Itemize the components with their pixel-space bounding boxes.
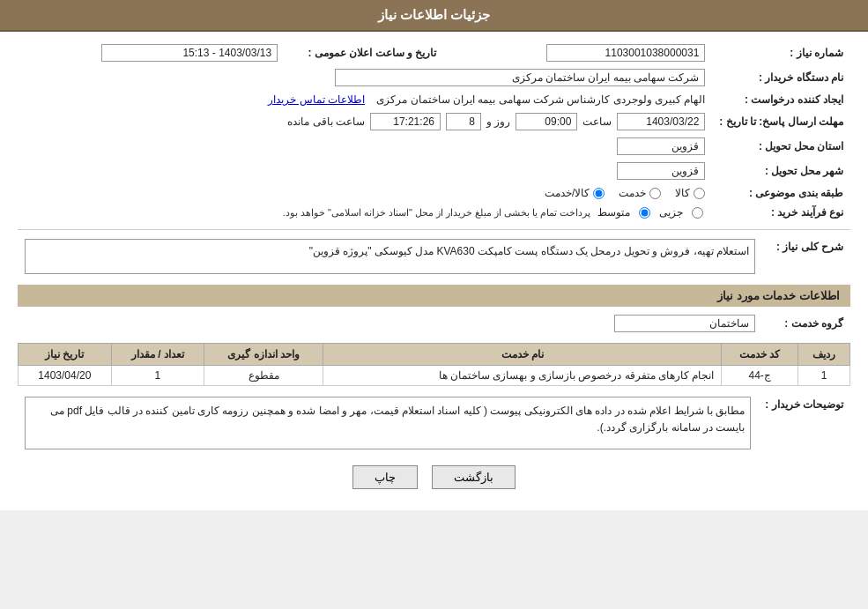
city-label: شهر محل تحویل : (712, 159, 850, 183)
col-unit-header: واحد اندازه گیری (204, 344, 323, 366)
category-option-kala: کالا (675, 187, 705, 199)
deadline-row: 1403/03/22 ساعت 09:00 روز و 8 17:21:26 س… (18, 109, 712, 134)
row-unit: مقطوع (204, 366, 323, 386)
row-name: انجام کارهای متفرقه درخصوص بازسازی و بهس… (323, 366, 722, 386)
category-kala-label: کالا (675, 187, 690, 199)
divider1 (18, 229, 850, 230)
creator-label: ایجاد کننده درخواست : (712, 90, 850, 109)
category-options: کالا خدمت کالا/خدمت (18, 183, 712, 203)
category-khedmat-label: خدمت (619, 187, 646, 199)
services-table-wrapper: ردیف کد خدمت نام خدمت واحد اندازه گیری ت… (18, 343, 850, 386)
province-field: قزوین (617, 137, 705, 155)
need-desc-table: شرح کلی نیاز : استعلام تهیه، فروش و تحوی… (18, 235, 850, 278)
buyer-notes-table: توضیحات خریدار : مطابق با شرایط اعلام شد… (18, 393, 850, 453)
service-group-table: گروه خدمت : ساختمان (18, 311, 850, 336)
deadline-date-field: 1403/03/22 (617, 113, 705, 130)
main-content: شماره نیاز : 1103001038000031 تاریخ و سا… (0, 32, 868, 510)
buttons-row: بازگشت چاپ (18, 465, 850, 489)
page-title: جزئیات اطلاعات نیاز (378, 7, 490, 22)
deadline-clock-field: 17:21:26 (370, 113, 441, 130)
purchase-motavaset-label: متوسط (597, 206, 630, 219)
print-button[interactable]: چاپ (352, 465, 418, 489)
creator-text: الهام کبیری ولوجردی کارشناس شرکت سهامی ب… (376, 93, 705, 106)
col-row-header: ردیف (798, 344, 850, 366)
creator-value: الهام کبیری ولوجردی کارشناس شرکت سهامی ب… (18, 90, 712, 109)
buyer-notes-label: توضیحات خریدار : (758, 393, 850, 453)
purchase-jozi-label: جزیی (659, 206, 683, 219)
services-data-table: ردیف کد خدمت نام خدمت واحد اندازه گیری ت… (18, 343, 850, 386)
info-table: شماره نیاز : 1103001038000031 تاریخ و سا… (18, 41, 850, 222)
row-qty: 1 (111, 366, 204, 386)
table-row: 1 ج-44 انجام کارهای متفرقه درخصوص بازساز… (19, 366, 850, 386)
buyer-org-field: شرکت سهامی بیمه ایران ساختمان مرکزی (335, 69, 705, 86)
deadline-remaining-label: ساعت باقی مانده (287, 115, 365, 128)
announce-date-label: تاریخ و ساعت اعلان عمومی : (285, 41, 443, 65)
category-option-khedmat: خدمت (619, 187, 661, 199)
purchase-note: پرداخت تمام یا بخشی از مبلغ خریدار از مح… (283, 207, 591, 219)
deadline-days-field: 8 (446, 113, 481, 130)
buyer-notes-box: مطابق با شرایط اعلام شده در داده های الک… (25, 397, 751, 449)
services-section-header: اطلاعات خدمات مورد نیاز (18, 285, 850, 307)
buyer-notes-value: مطابق با شرایط اعلام شده در داده های الک… (18, 393, 758, 453)
need-desc-box: استعلام تهیه، فروش و تحویل درمحل یک دستگ… (25, 239, 755, 274)
purchase-type-options: جزیی متوسط پرداخت تمام یا بخشی از مبلغ خ… (18, 203, 712, 222)
deadline-label: مهلت ارسال پاسخ: تا تاریخ : (712, 109, 850, 134)
buyer-org-label: نام دستگاه خریدار : (712, 65, 850, 90)
service-group-field: ساختمان (614, 315, 755, 332)
purchase-type-label: نوع فرآیند خرید : (712, 203, 850, 222)
row-date: 1403/04/20 (19, 366, 112, 386)
page-wrapper: جزئیات اطلاعات نیاز شماره نیاز : 1103001… (0, 0, 868, 510)
need-desc-label: شرح کلی نیاز : (762, 235, 850, 278)
need-desc-value: استعلام تهیه، فروش و تحویل درمحل یک دستگ… (18, 235, 762, 278)
time-label: ساعت (582, 115, 612, 128)
category-radio-khedmat[interactable] (649, 188, 661, 199)
city-field: قزوین (617, 162, 705, 180)
service-group-label: گروه خدمت : (762, 311, 850, 336)
page-header: جزئیات اطلاعات نیاز (0, 0, 868, 32)
purchase-radio-jozi[interactable] (692, 207, 703, 219)
buyer-org-value: شرکت سهامی بیمه ایران ساختمان مرکزی (18, 65, 712, 90)
service-group-value: ساختمان (18, 311, 762, 336)
need-number-label: شماره نیاز : (712, 41, 850, 65)
col-code-header: کد خدمت (722, 344, 798, 366)
category-label: طبقه بندی موضوعی : (712, 183, 850, 203)
col-name-header: نام خدمت (323, 344, 722, 366)
col-date-header: تاریخ نیاز (19, 344, 112, 366)
need-number-field: 1103001038000031 (546, 44, 705, 62)
need-number-value: 1103001038000031 (470, 41, 712, 65)
announce-date-value: 1403/03/13 - 15:13 (18, 41, 285, 65)
deadline-time-field: 09:00 (516, 113, 577, 130)
province-value: قزوین (18, 134, 712, 159)
purchase-radio-motavaset[interactable] (639, 207, 650, 219)
contact-link[interactable]: اطلاعات تماس خریدار (268, 93, 365, 106)
category-radio-kala[interactable] (694, 188, 705, 199)
row-number: 1 (798, 366, 850, 386)
col-qty-header: تعداد / مقدار (111, 344, 204, 366)
city-value: قزوین (18, 159, 712, 183)
announce-date-field: 1403/03/13 - 15:13 (101, 44, 278, 62)
province-label: استان محل تحویل : (712, 134, 850, 159)
row-code: ج-44 (722, 366, 798, 386)
category-both-label: کالا/خدمت (545, 187, 590, 199)
day-label: روز و (486, 115, 510, 128)
category-option-both: کالا/خدمت (545, 187, 605, 199)
category-radio-both[interactable] (593, 188, 605, 199)
back-button[interactable]: بازگشت (432, 465, 516, 489)
